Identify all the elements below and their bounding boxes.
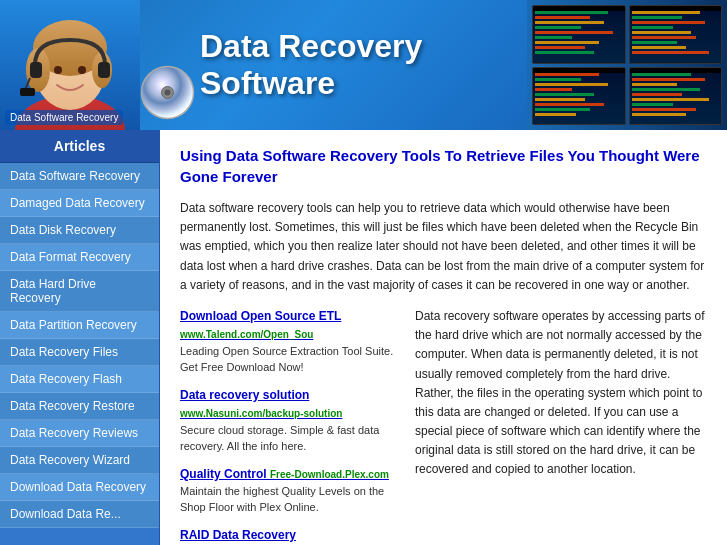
ad-item-3: RAID Data Recovery www.24hourdata.com Da…: [180, 526, 400, 545]
sidebar-item-7[interactable]: Data Recovery Flash: [0, 366, 159, 393]
monitor-1: [532, 5, 626, 64]
sidebar-items: Data Software RecoveryDamaged Data Recov…: [0, 163, 159, 528]
svg-point-8: [78, 66, 86, 74]
sidebar-item-0[interactable]: Data Software Recovery: [0, 163, 159, 190]
sidebar-item-2[interactable]: Data Disk Recovery: [0, 217, 159, 244]
sidebar-item-1[interactable]: Damaged Data Recovery: [0, 190, 159, 217]
main-layout: Articles Data Software RecoveryDamaged D…: [0, 130, 727, 545]
ad-item-2: Quality Control Free-Download.Plex.com M…: [180, 465, 400, 516]
sidebar-item-6[interactable]: Data Recovery Files: [0, 339, 159, 366]
svg-rect-12: [20, 88, 35, 96]
ad-desc-1: Secure cloud storage. Simple & fast data…: [180, 422, 400, 455]
monitor-4: [629, 67, 723, 126]
ad-desc-0: Leading Open Source Extraction Tool Suit…: [180, 343, 400, 376]
sidebar-item-3[interactable]: Data Format Recovery: [0, 244, 159, 271]
right-text: Data recovery software operates by acces…: [415, 307, 712, 545]
monitor-2: [629, 5, 723, 64]
ad-item-0: Download Open Source ETL www.Talend.com/…: [180, 307, 400, 376]
svg-point-15: [165, 90, 171, 96]
sidebar-item-10[interactable]: Data Recovery Wizard: [0, 447, 159, 474]
ad-link-2[interactable]: Quality Control Free-Download.Plex.com: [180, 465, 400, 483]
content-heading: Using Data Software Recovery Tools To Re…: [180, 145, 712, 187]
page-header: Data Software Recovery Data Recovery Sof…: [0, 0, 727, 130]
header-person-label: Data Software Recovery: [5, 110, 123, 125]
sidebar-item-5[interactable]: Data Partition Recovery: [0, 312, 159, 339]
header-left: Data Software Recovery: [0, 0, 200, 130]
ad-items-container: Download Open Source ETL www.Talend.com/…: [180, 307, 400, 545]
svg-point-7: [54, 66, 62, 74]
sidebar-item-11[interactable]: Download Data Recovery: [0, 474, 159, 501]
header-title-area: Data Recovery Software: [200, 28, 527, 102]
ad-link-1[interactable]: Data recovery solution www.Nasuni.com/ba…: [180, 386, 400, 422]
sidebar-item-12[interactable]: Download Data Re...: [0, 501, 159, 528]
sidebar-item-9[interactable]: Data Recovery Reviews: [0, 420, 159, 447]
sidebar-title: Articles: [0, 130, 159, 163]
cd-icon: [140, 65, 195, 120]
content-lower: Download Open Source ETL www.Talend.com/…: [180, 307, 712, 545]
sidebar: Articles Data Software RecoveryDamaged D…: [0, 130, 160, 545]
ad-item-1: Data recovery solution www.Nasuni.com/ba…: [180, 386, 400, 455]
header-monitors: [527, 0, 727, 130]
site-title: Data Recovery Software: [200, 28, 527, 102]
content-paragraph: Data software recovery tools can help yo…: [180, 199, 712, 295]
content-area: Using Data Software Recovery Tools To Re…: [160, 130, 727, 545]
ad-link-0[interactable]: Download Open Source ETL www.Talend.com/…: [180, 307, 400, 343]
monitor-3: [532, 67, 626, 126]
ad-link-3[interactable]: RAID Data Recovery www.24hourdata.com: [180, 526, 400, 545]
sidebar-item-8[interactable]: Data Recovery Restore: [0, 393, 159, 420]
svg-rect-10: [98, 62, 110, 78]
ad-desc-2: Maintain the highest Quality Levels on t…: [180, 483, 400, 516]
sidebar-item-4[interactable]: Data Hard Drive Recovery: [0, 271, 159, 312]
ads-column: Download Open Source ETL www.Talend.com/…: [180, 307, 400, 545]
svg-rect-9: [30, 62, 42, 78]
